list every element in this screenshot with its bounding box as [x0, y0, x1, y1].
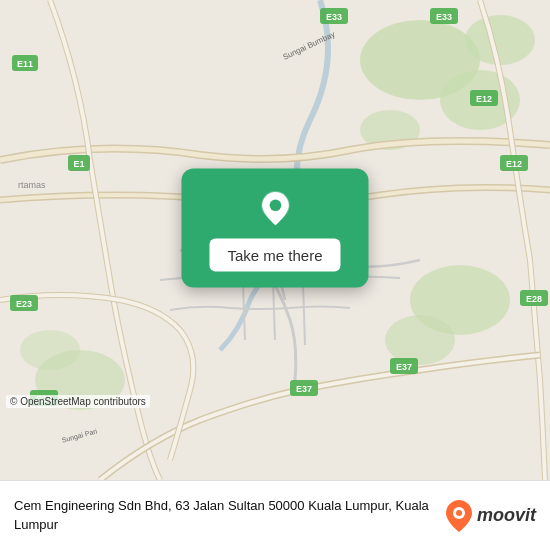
address-block: Cem Engineering Sdn Bhd, 63 Jalan Sultan… [14, 497, 444, 533]
moovit-brand-text: moovit [477, 505, 536, 526]
svg-text:E12: E12 [476, 94, 492, 104]
svg-point-35 [269, 199, 281, 211]
svg-point-3 [465, 15, 535, 65]
svg-text:E12: E12 [506, 159, 522, 169]
svg-text:E37: E37 [296, 384, 312, 394]
svg-text:E33: E33 [436, 12, 452, 22]
bottom-bar: Cem Engineering Sdn Bhd, 63 Jalan Sultan… [0, 480, 550, 550]
svg-text:E1: E1 [73, 159, 84, 169]
svg-point-6 [385, 315, 455, 365]
location-card: Take me there [181, 169, 368, 288]
svg-text:E37: E37 [396, 362, 412, 372]
svg-text:E23: E23 [16, 299, 32, 309]
svg-text:E33: E33 [326, 12, 342, 22]
moovit-logo: moovit [445, 499, 536, 533]
svg-point-8 [20, 330, 80, 370]
location-pin-icon [255, 189, 295, 229]
map-container: E33 E33 E12 E12 E1 E11 E23 E23 E37 E37 E… [0, 0, 550, 480]
take-me-there-button[interactable]: Take me there [209, 239, 340, 272]
map-credit: © OpenStreetMap contributors [6, 395, 150, 408]
svg-text:E28: E28 [526, 294, 542, 304]
moovit-pin-icon [445, 499, 473, 533]
svg-text:rtamas: rtamas [18, 180, 46, 190]
company-address: Cem Engineering Sdn Bhd, 63 Jalan Sultan… [14, 497, 444, 533]
svg-point-37 [456, 510, 462, 516]
svg-text:E11: E11 [17, 59, 33, 69]
